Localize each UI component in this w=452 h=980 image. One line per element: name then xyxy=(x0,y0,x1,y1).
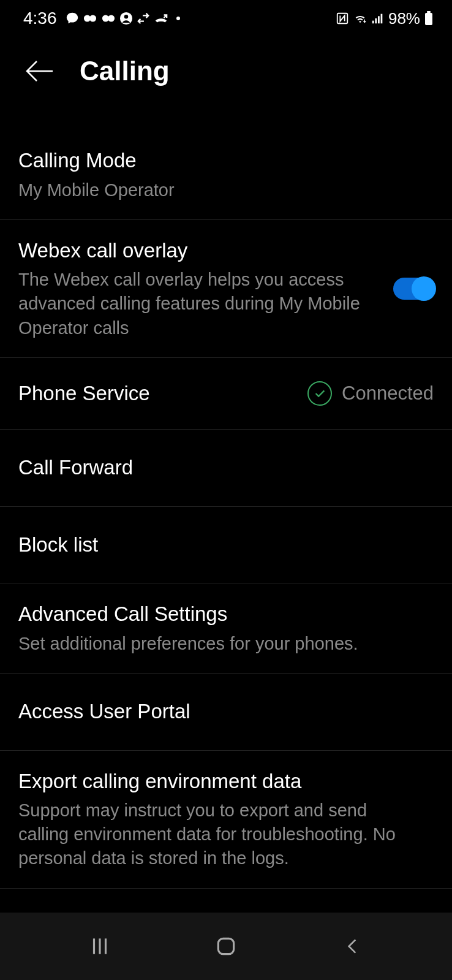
setting-title: Block list xyxy=(18,531,421,559)
svg-point-3 xyxy=(108,15,115,22)
back-arrow-icon xyxy=(24,59,54,83)
setting-webex-overlay[interactable]: Webex call overlay The Webex call overla… xyxy=(0,220,452,358)
svg-rect-17 xyxy=(218,938,233,954)
svg-rect-13 xyxy=(427,11,431,13)
setting-calling-mode[interactable]: Calling Mode My Mobile Operator xyxy=(0,130,452,220)
back-button[interactable] xyxy=(23,55,55,87)
toggle-knob xyxy=(412,276,436,301)
svg-rect-12 xyxy=(425,13,432,25)
system-nav-bar xyxy=(0,913,452,980)
status-bar: 4:36 98% xyxy=(0,0,452,37)
setting-title: Access User Portal xyxy=(18,698,421,726)
nav-back-button[interactable] xyxy=(334,928,371,965)
status-text: Connected xyxy=(342,382,434,405)
svg-point-5 xyxy=(124,15,127,18)
setting-title: Calling Mode xyxy=(18,147,421,175)
svg-rect-11 xyxy=(381,14,383,24)
svg-rect-9 xyxy=(375,18,377,23)
setting-user-portal[interactable]: Access User Portal xyxy=(0,674,452,751)
svg-point-1 xyxy=(89,15,96,22)
setting-call-forward[interactable]: Call Forward xyxy=(0,430,452,507)
settings-list: Calling Mode My Mobile Operator Webex ca… xyxy=(0,130,452,889)
svg-rect-8 xyxy=(372,21,374,24)
status-right: 98% xyxy=(336,9,434,28)
setting-export-data[interactable]: Export calling environment data Support … xyxy=(0,751,452,889)
nav-home-button[interactable] xyxy=(208,928,244,965)
webex-icon-2 xyxy=(101,12,116,25)
missed-call-icon xyxy=(154,12,168,25)
nfc-icon xyxy=(336,12,349,25)
page-header: Calling xyxy=(0,37,452,105)
setting-subtitle: The Webex call overlay helps you access … xyxy=(18,268,381,340)
setting-advanced[interactable]: Advanced Call Settings Set additional pr… xyxy=(0,583,452,674)
setting-subtitle: Support may instruct you to export and s… xyxy=(18,799,421,870)
setting-title: Export calling environment data xyxy=(18,768,421,796)
battery-percent: 98% xyxy=(388,9,420,28)
setting-subtitle: Set additional preferences for your phon… xyxy=(18,632,421,656)
svg-point-6 xyxy=(176,17,180,20)
setting-title: Webex call overlay xyxy=(18,237,381,265)
status-time: 4:36 xyxy=(23,9,57,28)
recents-icon xyxy=(88,935,111,958)
page-title: Calling xyxy=(80,56,170,86)
setting-title: Phone Service xyxy=(18,380,295,408)
setting-block-list[interactable]: Block list xyxy=(0,507,452,584)
nav-recents-button[interactable] xyxy=(81,928,118,965)
dot-icon xyxy=(176,16,181,21)
battery-icon xyxy=(424,11,434,26)
setting-title: Call Forward xyxy=(18,454,421,482)
account-icon xyxy=(119,12,133,25)
nav-back-icon xyxy=(342,935,362,958)
signal-icon xyxy=(371,12,385,25)
chat-icon xyxy=(66,12,79,25)
svg-rect-10 xyxy=(378,16,380,23)
setting-title: Advanced Call Settings xyxy=(18,601,421,628)
phone-service-status: Connected xyxy=(307,381,434,406)
setting-phone-service[interactable]: Phone Service Connected xyxy=(0,358,452,430)
status-left: 4:36 xyxy=(23,9,181,28)
overlay-toggle[interactable] xyxy=(393,278,434,300)
check-circle-icon xyxy=(307,381,332,406)
data-sync-icon xyxy=(137,12,150,25)
webex-icon-1 xyxy=(83,12,97,25)
wifi-icon xyxy=(353,12,367,25)
setting-subtitle: My Mobile Operator xyxy=(18,178,421,202)
home-icon xyxy=(214,935,238,958)
